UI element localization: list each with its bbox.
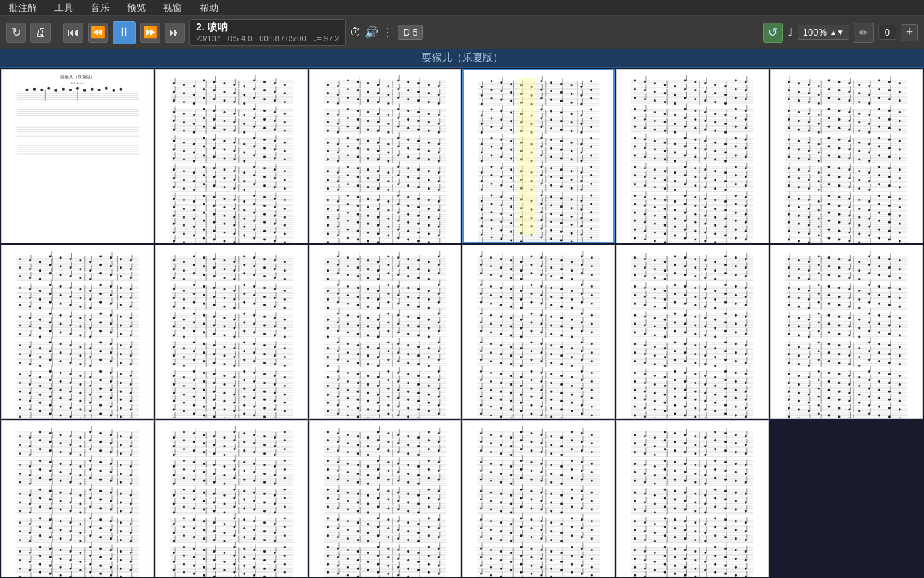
menu-help[interactable]: 帮助 xyxy=(197,1,221,15)
svg-point-184 xyxy=(223,129,225,131)
redo-button[interactable]: ↻ xyxy=(6,23,26,43)
svg-point-2160 xyxy=(808,170,810,172)
svg-point-1129 xyxy=(581,131,583,134)
svg-point-5839 xyxy=(223,494,225,497)
menu-preview[interactable]: 预览 xyxy=(124,1,149,15)
svg-point-3188 xyxy=(274,375,276,377)
svg-point-1853 xyxy=(695,221,697,224)
svg-point-4180 xyxy=(591,389,593,391)
svg-point-74 xyxy=(183,92,185,94)
metronome-icon[interactable]: ⏱ xyxy=(350,26,361,39)
menubar: 批注解 工具 音乐 预览 视窗 帮助 xyxy=(0,0,924,16)
svg-point-2278 xyxy=(899,206,901,208)
svg-point-6962 xyxy=(551,559,553,561)
score-page-10[interactable] xyxy=(462,245,615,419)
skip-forward-button[interactable]: ⏭ xyxy=(165,23,185,43)
svg-point-579 xyxy=(407,98,409,100)
svg-point-4509 xyxy=(684,343,687,345)
score-page-16[interactable] xyxy=(462,420,615,577)
score-page-15[interactable] xyxy=(309,420,462,577)
score-page-2[interactable] xyxy=(155,69,308,243)
svg-point-4740 xyxy=(808,261,810,263)
score-page-13[interactable] xyxy=(1,420,154,577)
score-page-7[interactable] xyxy=(1,245,154,419)
svg-point-4250 xyxy=(541,415,543,417)
play-pause-button[interactable]: ⏸ xyxy=(113,21,136,44)
svg-point-2918 xyxy=(203,274,205,276)
score-page-17[interactable] xyxy=(616,420,769,577)
menu-music[interactable]: 音乐 xyxy=(88,1,113,15)
svg-point-2344 xyxy=(818,235,820,237)
refresh-button[interactable]: ↺ xyxy=(763,23,783,43)
svg-point-4088 xyxy=(500,362,502,364)
score-page-8[interactable] xyxy=(155,245,308,419)
svg-point-4662 xyxy=(664,402,666,404)
svg-point-2954 xyxy=(274,288,276,290)
skip-back-button[interactable]: ⏮ xyxy=(63,23,83,43)
menu-annotate[interactable]: 批注解 xyxy=(6,1,40,15)
svg-point-4570 xyxy=(745,362,747,364)
svg-point-5704 xyxy=(193,441,195,443)
svg-point-1714 xyxy=(634,174,636,176)
svg-point-1807 xyxy=(735,203,737,205)
note-icon[interactable]: ♩ xyxy=(788,25,793,39)
fast-forward-button[interactable]: ⏩ xyxy=(140,23,160,43)
rewind-button[interactable]: ⏪ xyxy=(88,23,108,43)
svg-point-3417 xyxy=(387,284,389,286)
svg-point-6745 xyxy=(490,480,492,482)
svg-point-2473 xyxy=(39,290,41,292)
svg-point-892 xyxy=(417,215,420,217)
add-button[interactable]: + xyxy=(901,24,918,41)
svg-point-4035 xyxy=(490,343,492,345)
svg-point-5113 xyxy=(868,388,870,390)
svg-point-2165 xyxy=(838,167,841,169)
score-page-14[interactable] xyxy=(155,420,308,577)
svg-point-4902 xyxy=(849,317,851,319)
svg-point-1464 xyxy=(705,82,707,84)
svg-point-4907 xyxy=(878,314,880,317)
svg-point-6491 xyxy=(387,556,389,558)
svg-point-7294 xyxy=(664,506,666,508)
svg-point-3720 xyxy=(327,402,329,404)
print-button[interactable]: 🖨 xyxy=(30,23,51,43)
speaker-icon[interactable]: 🔊 xyxy=(364,25,379,39)
svg-point-2341 xyxy=(798,232,800,234)
svg-point-3643 xyxy=(337,370,339,373)
svg-point-3834 xyxy=(541,265,543,267)
svg-point-1470 xyxy=(745,81,747,83)
svg-point-2418 xyxy=(19,266,21,269)
svg-point-100 xyxy=(183,101,185,103)
score-page-6[interactable] xyxy=(770,69,923,243)
score-page-5[interactable] xyxy=(616,69,769,243)
svg-point-5191 xyxy=(868,413,870,415)
svg-point-7369 xyxy=(644,539,646,541)
svg-point-5869 xyxy=(253,500,255,502)
svg-point-5883 xyxy=(173,511,175,513)
score-page-3[interactable] xyxy=(309,69,462,243)
svg-point-496 xyxy=(223,240,225,243)
svg-point-5184 xyxy=(818,413,820,415)
svg-point-5274 xyxy=(130,454,132,456)
percent-chevron[interactable]: ▲▼ xyxy=(830,28,844,36)
pencil-button[interactable]: ✏ xyxy=(854,23,874,43)
svg-point-1415 xyxy=(581,234,583,236)
score-page-4[interactable] xyxy=(462,69,615,243)
score-page-11[interactable] xyxy=(616,245,769,419)
svg-point-4558 xyxy=(664,365,666,367)
svg-point-4901 xyxy=(838,316,841,318)
svg-point-4466 xyxy=(745,325,747,327)
menu-tools[interactable]: 工具 xyxy=(52,1,76,15)
svg-point-6300 xyxy=(327,489,329,491)
svg-point-6025 xyxy=(253,558,255,560)
svg-point-6439 xyxy=(387,536,389,538)
score-page-1[interactable]: 耍猴儿（乐夏版） Full Score xyxy=(1,69,154,243)
menu-window[interactable]: 视窗 xyxy=(160,1,185,15)
svg-point-7094 xyxy=(714,431,716,433)
svg-point-4644 xyxy=(714,394,716,396)
score-page-12[interactable] xyxy=(770,245,923,419)
svg-point-1874 xyxy=(664,233,666,235)
svg-point-827 xyxy=(327,199,329,201)
score-page-9[interactable] xyxy=(309,245,462,419)
dots-icon[interactable]: ⋮ xyxy=(382,25,393,39)
svg-point-3694 xyxy=(327,394,329,396)
